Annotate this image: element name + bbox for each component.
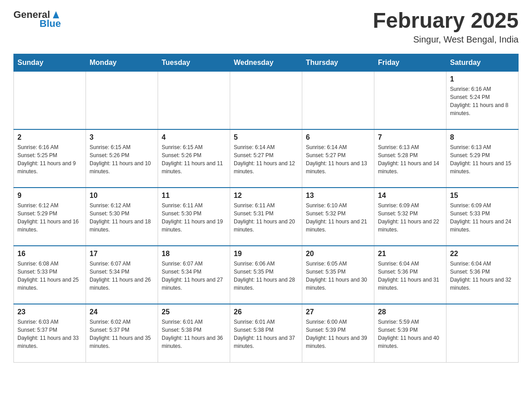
calendar-cell: 10Sunrise: 6:12 AM Sunset: 5:30 PM Dayli…: [86, 188, 158, 246]
day-info: Sunrise: 6:10 AM Sunset: 5:32 PM Dayligh…: [306, 201, 370, 234]
day-number: 22: [450, 250, 515, 258]
logo: General Blue: [13, 9, 61, 30]
calendar-cell: 14Sunrise: 6:09 AM Sunset: 5:32 PM Dayli…: [374, 188, 446, 246]
calendar-cell: [446, 304, 519, 362]
calendar-cell: 4Sunrise: 6:15 AM Sunset: 5:26 PM Daylig…: [158, 129, 230, 188]
calendar-cell: [86, 71, 158, 129]
day-number: 28: [378, 308, 442, 316]
weekday-header-wednesday: Wednesday: [230, 54, 302, 71]
calendar-week-row: 2Sunrise: 6:16 AM Sunset: 5:25 PM Daylig…: [14, 129, 519, 188]
day-number: 10: [90, 192, 154, 200]
calendar-cell: 22Sunrise: 6:04 AM Sunset: 5:36 PM Dayli…: [446, 246, 519, 304]
day-info: Sunrise: 6:00 AM Sunset: 5:39 PM Dayligh…: [306, 318, 370, 350]
day-number: 8: [450, 133, 515, 141]
calendar-cell: 13Sunrise: 6:10 AM Sunset: 5:32 PM Dayli…: [302, 188, 374, 246]
day-info: Sunrise: 6:04 AM Sunset: 5:36 PM Dayligh…: [450, 260, 515, 292]
day-number: 17: [90, 250, 154, 258]
day-info: Sunrise: 6:15 AM Sunset: 5:26 PM Dayligh…: [90, 143, 154, 176]
calendar-week-row: 1Sunrise: 6:16 AM Sunset: 5:24 PM Daylig…: [14, 71, 519, 129]
day-number: 6: [306, 133, 370, 141]
day-number: 12: [234, 192, 298, 200]
day-info: Sunrise: 6:06 AM Sunset: 5:35 PM Dayligh…: [234, 260, 298, 292]
calendar-cell: 3Sunrise: 6:15 AM Sunset: 5:26 PM Daylig…: [86, 129, 158, 188]
page-header: General Blue February 2025 Singur, West …: [13, 9, 519, 45]
day-number: 27: [306, 308, 370, 316]
day-info: Sunrise: 6:16 AM Sunset: 5:24 PM Dayligh…: [450, 85, 515, 117]
calendar-cell: 27Sunrise: 6:00 AM Sunset: 5:39 PM Dayli…: [302, 304, 374, 362]
weekday-header-row: SundayMondayTuesdayWednesdayThursdayFrid…: [14, 54, 519, 71]
day-number: 5: [234, 133, 298, 141]
day-number: 7: [378, 133, 442, 141]
day-info: Sunrise: 6:03 AM Sunset: 5:37 PM Dayligh…: [17, 318, 82, 350]
day-number: 14: [378, 192, 442, 200]
calendar-cell: 2Sunrise: 6:16 AM Sunset: 5:25 PM Daylig…: [14, 129, 86, 188]
calendar-subtitle: Singur, West Bengal, India: [373, 34, 519, 45]
day-number: 21: [378, 250, 442, 258]
calendar-cell: 5Sunrise: 6:14 AM Sunset: 5:27 PM Daylig…: [230, 129, 302, 188]
day-info: Sunrise: 6:14 AM Sunset: 5:27 PM Dayligh…: [306, 143, 370, 176]
calendar-week-row: 16Sunrise: 6:08 AM Sunset: 5:33 PM Dayli…: [14, 246, 519, 304]
day-number: 20: [306, 250, 370, 258]
day-info: Sunrise: 6:12 AM Sunset: 5:29 PM Dayligh…: [17, 201, 82, 234]
day-number: 24: [90, 308, 154, 316]
calendar-cell: 9Sunrise: 6:12 AM Sunset: 5:29 PM Daylig…: [14, 188, 86, 246]
calendar-cell: 1Sunrise: 6:16 AM Sunset: 5:24 PM Daylig…: [446, 71, 519, 129]
day-number: 11: [162, 192, 226, 200]
day-info: Sunrise: 6:13 AM Sunset: 5:29 PM Dayligh…: [450, 143, 515, 176]
day-info: Sunrise: 6:11 AM Sunset: 5:30 PM Dayligh…: [162, 201, 226, 234]
calendar-week-row: 9Sunrise: 6:12 AM Sunset: 5:29 PM Daylig…: [14, 188, 519, 246]
calendar-cell: 24Sunrise: 6:02 AM Sunset: 5:37 PM Dayli…: [86, 304, 158, 362]
title-block: February 2025 Singur, West Bengal, India: [373, 9, 519, 45]
day-number: 23: [17, 308, 82, 316]
day-number: 2: [17, 133, 82, 141]
calendar-cell: 15Sunrise: 6:09 AM Sunset: 5:33 PM Dayli…: [446, 188, 519, 246]
logo-icon: General Blue: [13, 9, 61, 30]
calendar-cell: 28Sunrise: 5:59 AM Sunset: 5:39 PM Dayli…: [374, 304, 446, 362]
day-number: 19: [234, 250, 298, 258]
weekday-header-tuesday: Tuesday: [158, 54, 230, 71]
calendar-cell: 11Sunrise: 6:11 AM Sunset: 5:30 PM Dayli…: [158, 188, 230, 246]
day-number: 15: [450, 192, 515, 200]
day-number: 3: [90, 133, 154, 141]
calendar-cell: [230, 71, 302, 129]
day-info: Sunrise: 6:16 AM Sunset: 5:25 PM Dayligh…: [17, 143, 82, 176]
day-number: 13: [306, 192, 370, 200]
day-info: Sunrise: 6:12 AM Sunset: 5:30 PM Dayligh…: [90, 201, 154, 234]
calendar-title: February 2025: [373, 9, 519, 33]
weekday-header-sunday: Sunday: [14, 54, 86, 71]
day-info: Sunrise: 6:14 AM Sunset: 5:27 PM Dayligh…: [234, 143, 298, 176]
weekday-header-friday: Friday: [374, 54, 446, 71]
calendar-cell: 21Sunrise: 6:04 AM Sunset: 5:36 PM Dayli…: [374, 246, 446, 304]
calendar-cell: 25Sunrise: 6:01 AM Sunset: 5:38 PM Dayli…: [158, 304, 230, 362]
weekday-header-monday: Monday: [86, 54, 158, 71]
day-info: Sunrise: 6:09 AM Sunset: 5:33 PM Dayligh…: [450, 201, 515, 234]
calendar-cell: 7Sunrise: 6:13 AM Sunset: 5:28 PM Daylig…: [374, 129, 446, 188]
calendar-week-row: 23Sunrise: 6:03 AM Sunset: 5:37 PM Dayli…: [14, 304, 519, 362]
day-number: 4: [162, 133, 226, 141]
day-info: Sunrise: 6:15 AM Sunset: 5:26 PM Dayligh…: [162, 143, 226, 176]
calendar-cell: [302, 71, 374, 129]
calendar-cell: 23Sunrise: 6:03 AM Sunset: 5:37 PM Dayli…: [14, 304, 86, 362]
calendar-cell: 12Sunrise: 6:11 AM Sunset: 5:31 PM Dayli…: [230, 188, 302, 246]
weekday-header-thursday: Thursday: [302, 54, 374, 71]
day-number: 26: [234, 308, 298, 316]
day-info: Sunrise: 6:08 AM Sunset: 5:33 PM Dayligh…: [17, 260, 82, 292]
day-info: Sunrise: 6:05 AM Sunset: 5:35 PM Dayligh…: [306, 260, 370, 292]
calendar-cell: [14, 71, 86, 129]
day-info: Sunrise: 6:04 AM Sunset: 5:36 PM Dayligh…: [378, 260, 442, 292]
day-info: Sunrise: 6:09 AM Sunset: 5:32 PM Dayligh…: [378, 201, 442, 234]
day-number: 18: [162, 250, 226, 258]
calendar-cell: 6Sunrise: 6:14 AM Sunset: 5:27 PM Daylig…: [302, 129, 374, 188]
day-number: 9: [17, 192, 82, 200]
day-info: Sunrise: 6:13 AM Sunset: 5:28 PM Dayligh…: [378, 143, 442, 176]
day-number: 16: [17, 250, 82, 258]
day-info: Sunrise: 6:01 AM Sunset: 5:38 PM Dayligh…: [234, 318, 298, 350]
day-number: 1: [450, 75, 515, 83]
calendar-cell: 17Sunrise: 6:07 AM Sunset: 5:34 PM Dayli…: [86, 246, 158, 304]
day-info: Sunrise: 6:01 AM Sunset: 5:38 PM Dayligh…: [162, 318, 226, 350]
calendar-cell: 26Sunrise: 6:01 AM Sunset: 5:38 PM Dayli…: [230, 304, 302, 362]
calendar-cell: 8Sunrise: 6:13 AM Sunset: 5:29 PM Daylig…: [446, 129, 519, 188]
day-info: Sunrise: 6:07 AM Sunset: 5:34 PM Dayligh…: [90, 260, 154, 292]
calendar-cell: 16Sunrise: 6:08 AM Sunset: 5:33 PM Dayli…: [14, 246, 86, 304]
day-info: Sunrise: 6:02 AM Sunset: 5:37 PM Dayligh…: [90, 318, 154, 350]
